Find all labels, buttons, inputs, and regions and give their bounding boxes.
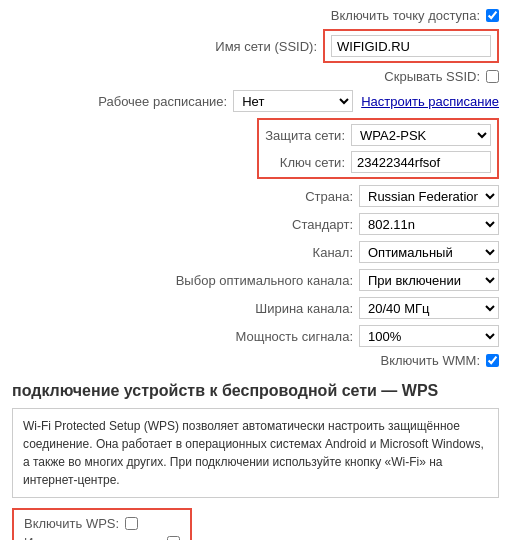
hide-ssid-row: Скрывать SSID:	[12, 69, 499, 84]
ssid-input[interactable]	[331, 35, 491, 57]
security-row: Защита сети: WPA2-PSK	[265, 124, 491, 146]
bandwidth-select[interactable]: 20/40 МГц	[359, 297, 499, 319]
wps-section-title: подключение устройств к беспроводной сет…	[12, 382, 499, 400]
country-label: Страна:	[305, 189, 353, 204]
schedule-link[interactable]: Настроить расписание	[361, 94, 499, 109]
enable-wps-label: Включить WPS:	[24, 516, 119, 531]
country-control: Russian Federation	[359, 185, 499, 207]
wmm-checkbox[interactable]	[486, 354, 499, 367]
channel-select[interactable]: Оптимальный	[359, 241, 499, 263]
enable-access-point-label: Включить точку доступа:	[331, 8, 480, 23]
wmm-row: Включить WMM:	[12, 353, 499, 368]
hide-ssid-label: Скрывать SSID:	[384, 69, 480, 84]
key-row: Ключ сети:	[280, 151, 491, 173]
standard-control: 802.11n	[359, 213, 499, 235]
key-input[interactable]	[351, 151, 491, 173]
schedule-label: Рабочее расписание:	[98, 94, 227, 109]
security-label: Защита сети:	[265, 128, 345, 143]
key-control	[351, 151, 491, 173]
enable-access-point-checkbox[interactable]	[486, 9, 499, 22]
ssid-highlighted-box	[323, 29, 499, 63]
security-select[interactable]: WPA2-PSK	[351, 124, 491, 146]
signal-label: Мощность сигнала:	[236, 329, 354, 344]
signal-control: 100%	[359, 325, 499, 347]
wps-title-text: подключение устройств к беспроводной сет…	[12, 382, 438, 399]
schedule-control: Нет Настроить расписание	[233, 90, 499, 112]
signal-row: Мощность сигнала: 100%	[12, 325, 499, 347]
wmm-label: Включить WMM:	[381, 353, 480, 368]
hide-ssid-control	[486, 70, 499, 83]
wps-description: Wi-Fi Protected Setup (WPS) позволяет ав…	[12, 408, 499, 498]
enable-access-point-row: Включить точку доступа:	[12, 8, 499, 23]
wmm-control	[486, 354, 499, 367]
standard-row: Стандарт: 802.11n	[12, 213, 499, 235]
channel-row: Канал: Оптимальный	[12, 241, 499, 263]
pin-row: Использовать пин-код:	[24, 535, 180, 540]
pin-checkbox[interactable]	[167, 536, 180, 540]
country-select[interactable]: Russian Federation	[359, 185, 499, 207]
bandwidth-label: Ширина канала:	[255, 301, 353, 316]
optimal-channel-select[interactable]: При включении	[359, 269, 499, 291]
security-control: WPA2-PSK	[351, 124, 491, 146]
channel-control: Оптимальный	[359, 241, 499, 263]
security-key-box: Защита сети: WPA2-PSK Ключ сети:	[257, 118, 499, 179]
schedule-row: Рабочее расписание: Нет Настроить распис…	[12, 90, 499, 112]
optimal-channel-label: Выбор оптимального канала:	[176, 273, 353, 288]
channel-label: Канал:	[313, 245, 353, 260]
wps-options-box: Включить WPS: Использовать пин-код:	[12, 508, 192, 540]
bandwidth-control: 20/40 МГц	[359, 297, 499, 319]
pin-label: Использовать пин-код:	[24, 535, 161, 540]
optimal-channel-control: При включении	[359, 269, 499, 291]
standard-label: Стандарт:	[292, 217, 353, 232]
ssid-label: Имя сети (SSID):	[215, 39, 317, 54]
optimal-channel-row: Выбор оптимального канала: При включении	[12, 269, 499, 291]
standard-select[interactable]: 802.11n	[359, 213, 499, 235]
ssid-row: Имя сети (SSID):	[12, 29, 499, 63]
schedule-select[interactable]: Нет	[233, 90, 353, 112]
enable-wps-checkbox[interactable]	[125, 517, 138, 530]
hide-ssid-checkbox[interactable]	[486, 70, 499, 83]
enable-access-point-control	[486, 9, 499, 22]
key-label: Ключ сети:	[280, 155, 345, 170]
wps-description-text: Wi-Fi Protected Setup (WPS) позволяет ав…	[23, 419, 484, 487]
enable-wps-row: Включить WPS:	[24, 516, 180, 531]
bandwidth-row: Ширина канала: 20/40 МГц	[12, 297, 499, 319]
signal-select[interactable]: 100%	[359, 325, 499, 347]
country-row: Страна: Russian Federation	[12, 185, 499, 207]
